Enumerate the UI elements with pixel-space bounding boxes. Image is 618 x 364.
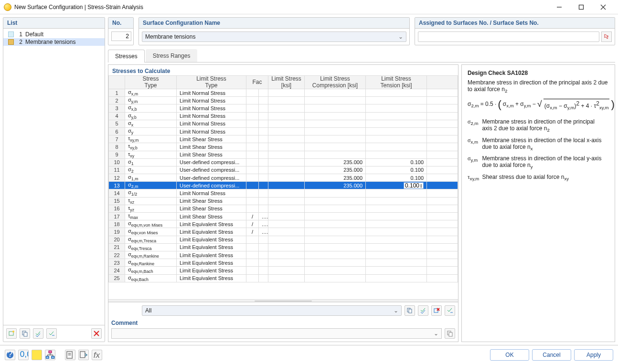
copy-item-button[interactable] [20,328,30,339]
delete-item-button[interactable] [91,328,102,339]
table-row[interactable]: 10σ1User-defined compressi...235.0000.10… [109,158,458,166]
new-item-button[interactable] [6,328,17,339]
maximize-button[interactable] [570,0,592,14]
cell-factor[interactable] [246,267,259,274]
cell-factor-more[interactable] [259,97,268,104]
cell-factor[interactable]: / [246,220,259,228]
cell-limit-ksi[interactable] [268,166,305,174]
col-factor[interactable]: Fac [246,76,268,89]
cell-limit-comp[interactable] [305,236,366,243]
cell-factor-more[interactable] [259,143,268,151]
cell-limit-ksi[interactable] [268,112,305,120]
tab-stress-ranges[interactable]: Stress Ranges [146,49,198,62]
cell-limit-comp[interactable]: 235.000 [305,166,366,174]
table-row[interactable]: 14σ1/2Limit Normal Stress [109,189,458,197]
cell-factor[interactable]: / [246,228,259,236]
cell-factor[interactable]: / [246,213,259,220]
table-row[interactable]: 2σy,mLimit Normal Stress [109,97,458,104]
cell-factor[interactable] [246,97,259,104]
cell-stress-type[interactable]: σeqv,m,Rankine [125,251,177,259]
cell-limit-comp[interactable] [305,213,366,220]
sidebar-item[interactable]: 2 Membrane tensions [3,38,105,46]
cell-limit-ten[interactable] [366,213,427,220]
cell-factor-more[interactable] [259,274,268,282]
assigned-input[interactable] [418,31,599,42]
cell-factor-more[interactable] [259,112,268,120]
cell-limit-comp[interactable] [305,274,366,282]
cell-limit-ksi[interactable] [268,220,305,228]
cell-stress-type[interactable]: τxz [125,197,177,205]
cell-factor-more[interactable] [259,189,268,197]
cell-factor[interactable] [246,236,259,243]
cell-factor[interactable] [246,259,259,267]
cell-limit-comp[interactable] [305,205,366,212]
row-number[interactable]: 4 [109,112,125,120]
table-row[interactable]: 15τxzLimit Shear Stress [109,197,458,205]
cell-factor-more[interactable] [259,259,268,267]
cell-stress-type[interactable]: σ1,m [125,174,177,182]
cell-stress-type[interactable]: τxy,m [125,135,177,143]
cell-limit-type[interactable]: Limit Shear Stress [177,143,246,151]
cell-limit-comp[interactable] [305,135,366,143]
cell-limit-type[interactable]: User-defined compressi... [177,166,246,174]
cell-stress-type[interactable]: σeqv,Bach [125,274,177,282]
cell-limit-ten[interactable] [366,189,427,197]
check-all-button[interactable] [33,328,43,339]
table-row[interactable]: 6σyLimit Normal Stress [109,127,458,135]
cell-stress-type[interactable]: τmax [125,213,177,220]
cell-limit-comp[interactable] [305,120,366,127]
cell-stress-type[interactable]: σeqv,m,Bach [125,267,177,274]
table-row[interactable]: 24σeqv,m,BachLimit Equivalent Stress [109,267,458,274]
table-row[interactable]: 18σeqv,m,von MisesLimit Equivalent Stres… [109,220,458,228]
cell-limit-ksi[interactable] [268,197,305,205]
cell-limit-ten[interactable] [366,220,427,228]
cell-limit-type[interactable]: User-defined compressi... [177,174,246,182]
cell-limit-comp[interactable] [305,104,366,112]
list-tree[interactable]: 1 Default 2 Membrane tensions [3,29,105,325]
cell-factor[interactable] [246,182,259,189]
stresses-grid[interactable]: Stress Type Limit Stress Type Fac Limit … [108,75,458,299]
cell-limit-ten[interactable] [366,259,427,267]
cell-limit-ksi[interactable] [268,182,305,189]
cell-limit-comp[interactable] [305,89,366,97]
cell-factor-more[interactable] [259,182,268,189]
cell-factor[interactable] [246,120,259,127]
cell-factor[interactable] [246,166,259,174]
table-splitter[interactable] [108,299,458,302]
pick-surfaces-button[interactable] [601,31,612,42]
cell-limit-comp[interactable] [305,97,366,104]
cell-limit-type[interactable]: Limit Normal Stress [177,189,246,197]
cell-factor[interactable] [246,274,259,282]
cell-factor-more[interactable] [259,236,268,243]
cell-limit-ten[interactable] [366,267,427,274]
close-button[interactable] [592,0,614,14]
cell-stress-type[interactable]: τyz [125,205,177,212]
cell-limit-ksi[interactable] [268,243,305,251]
cell-limit-ten[interactable] [366,143,427,151]
cell-limit-type[interactable]: Limit Equivalent Stress [177,267,246,274]
cell-limit-ksi[interactable] [268,127,305,135]
filter-select[interactable]: All ⌄ [142,305,402,316]
clear-rows-button[interactable] [431,305,442,316]
cell-factor-more[interactable] [259,174,268,182]
export-button[interactable] [78,350,89,360]
cell-factor[interactable] [246,158,259,166]
cell-factor[interactable] [246,104,259,112]
cell-limit-ten[interactable] [366,197,427,205]
cell-stress-type[interactable]: σeqv,Rankine [125,259,177,267]
row-number[interactable]: 13 [109,182,125,189]
cell-limit-ten[interactable] [366,205,427,212]
cell-factor-more[interactable]: ... [259,220,268,228]
row-number[interactable]: 1 [109,89,125,97]
row-number[interactable]: 15 [109,197,125,205]
col-rownum[interactable] [109,76,125,89]
table-row[interactable]: 22σeqv,m,RankineLimit Equivalent Stress [109,251,458,259]
cell-limit-ksi[interactable] [268,158,305,166]
row-number[interactable]: 7 [109,135,125,143]
row-number[interactable]: 20 [109,236,125,243]
row-number[interactable]: 11 [109,166,125,174]
row-number[interactable]: 19 [109,228,125,236]
apply-button[interactable]: Apply [574,349,613,361]
table-row[interactable]: 9τxyLimit Shear Stress [109,151,458,158]
cell-limit-type[interactable]: Limit Equivalent Stress [177,251,246,259]
